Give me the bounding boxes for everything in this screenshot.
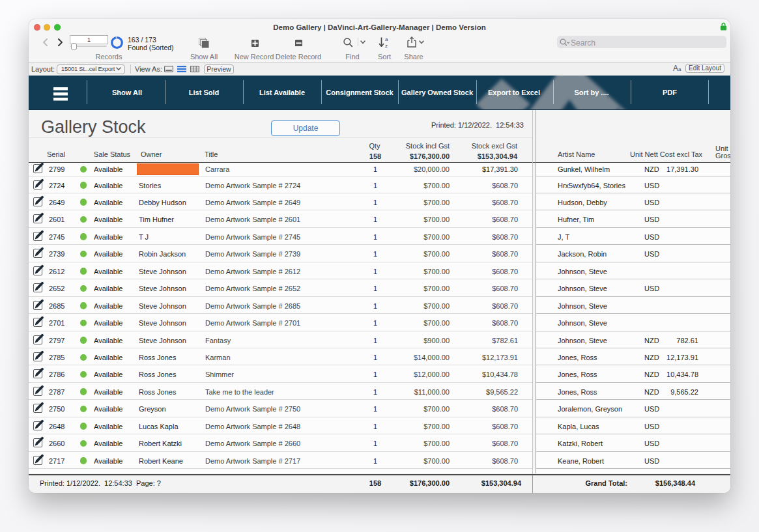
- svg-text:a: a: [385, 36, 388, 42]
- svg-text:z: z: [385, 43, 388, 49]
